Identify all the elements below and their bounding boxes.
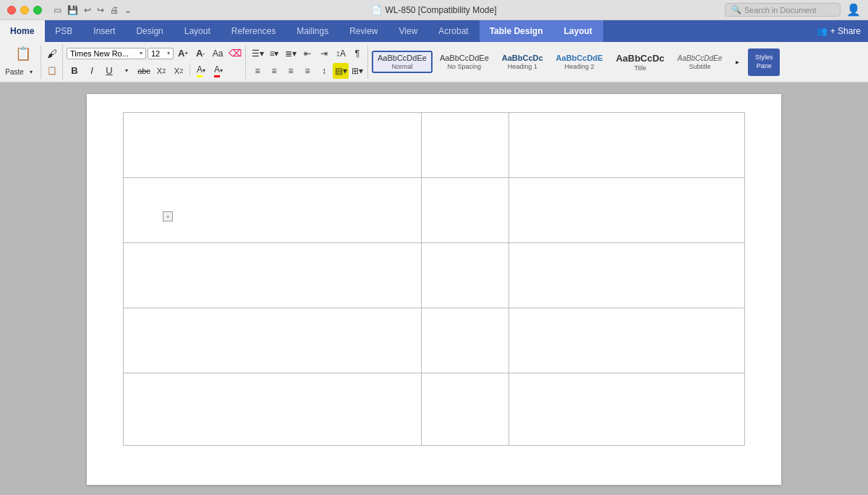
clear-format-button[interactable]: ⌫ <box>227 46 243 62</box>
table-cell[interactable] <box>509 243 744 308</box>
style-no-spacing[interactable]: AaBbCcDdEe No Spacing <box>434 51 495 73</box>
font-shrink-button[interactable]: A- <box>192 46 208 62</box>
tab-design[interactable]: Design <box>126 20 174 42</box>
shading-button[interactable]: ▤▾ <box>333 63 349 79</box>
underline-button[interactable]: U <box>101 63 117 79</box>
redo-icon[interactable]: ↪ <box>97 5 104 15</box>
pilcrow-button[interactable]: ¶ <box>349 46 365 62</box>
traffic-light-red[interactable] <box>7 6 16 14</box>
clipboard-icon[interactable]: 📋 <box>44 63 60 79</box>
text-highlight-button[interactable]: A▾ <box>193 63 209 79</box>
style-heading2[interactable]: AaBbCcDdE Heading 2 <box>550 51 609 73</box>
styles-more-button[interactable]: ▸ <box>729 54 745 70</box>
tab-view[interactable]: View <box>389 20 429 42</box>
tab-layout2[interactable]: Layout <box>553 20 603 42</box>
table-cell[interactable] <box>509 373 744 446</box>
font-name-value: Times New Ro... <box>70 49 129 58</box>
share-button[interactable]: 👥 + Share <box>809 20 868 42</box>
font-size-caret: ▾ <box>167 50 170 56</box>
table-cell[interactable] <box>422 113 509 178</box>
document-table <box>123 112 745 446</box>
align-center-button[interactable]: ≡ <box>266 63 282 79</box>
traffic-light-green[interactable] <box>33 6 42 14</box>
table-move-handle[interactable]: + <box>163 211 173 221</box>
table-cell[interactable] <box>422 308 509 373</box>
font-grow-button[interactable]: A+ <box>175 46 191 62</box>
style-subtitle[interactable]: AaBbCcDdEe Subtitle <box>672 51 728 73</box>
table-cell[interactable] <box>422 373 509 446</box>
paste-dropdown[interactable]: ▾ <box>23 64 39 80</box>
table-cell[interactable] <box>124 113 422 178</box>
table-cell[interactable] <box>422 243 509 308</box>
tab-table-design[interactable]: Table Design <box>480 20 554 42</box>
borders-button[interactable]: ⊞▾ <box>349 63 365 79</box>
change-case-button[interactable]: Aa <box>210 46 226 62</box>
table-row <box>124 308 745 373</box>
table-row <box>124 178 745 243</box>
table-cell[interactable] <box>509 113 744 178</box>
ribbon-tabs: Home PSB Insert Design Layout References… <box>0 20 868 42</box>
table-row <box>124 373 745 446</box>
align-right-button[interactable]: ≡ <box>283 63 299 79</box>
paste-label[interactable]: Paste <box>7 64 22 80</box>
table-row <box>124 243 745 308</box>
search-box[interactable]: 🔍 Search in Document <box>725 3 841 17</box>
tab-layout[interactable]: Layout <box>174 20 221 42</box>
search-icon: 🔍 <box>731 5 741 14</box>
table-cell[interactable] <box>124 373 422 446</box>
window-title: 📄 WL-850 [Compatibility Mode] <box>371 5 496 15</box>
multilevel-list-button[interactable]: ≣▾ <box>283 46 299 62</box>
font-size-dropdown[interactable]: 12 ▾ <box>148 48 174 59</box>
undo-icon[interactable]: ↩ <box>84 5 91 15</box>
increase-indent-button[interactable]: ⇥ <box>316 46 332 62</box>
traffic-light-yellow[interactable] <box>20 6 29 14</box>
sort-button[interactable]: ↕A <box>333 46 349 62</box>
font-group: Times New Ro... ▾ 12 ▾ A+ A- Aa ⌫ B I U <box>64 46 246 79</box>
toolbar-row1: 📋 Paste ▾ 🖌 📋 Times New Ro... ▾ <box>0 42 868 82</box>
tab-insert[interactable]: Insert <box>83 20 126 42</box>
tab-home[interactable]: Home <box>0 20 45 42</box>
table-cell[interactable] <box>124 243 422 308</box>
save-icon[interactable]: 💾 <box>67 5 78 15</box>
tab-review[interactable]: Review <box>339 20 388 42</box>
style-normal[interactable]: AaBbCcDdEe Normal <box>372 51 433 73</box>
numbering-button[interactable]: ≡▾ <box>266 46 282 62</box>
search-placeholder: Search in Document <box>744 6 817 14</box>
decrease-indent-button[interactable]: ⇤ <box>299 46 315 62</box>
underline-dropdown[interactable]: ▾ <box>119 63 135 79</box>
table-cell[interactable] <box>124 308 422 373</box>
italic-button[interactable]: I <box>84 63 100 79</box>
print-icon[interactable]: 🖨 <box>110 5 119 15</box>
style-heading1[interactable]: AaBbCcDc Heading 1 <box>496 51 549 73</box>
tab-psb[interactable]: PSB <box>45 20 83 42</box>
bold-button[interactable]: B <box>67 63 82 79</box>
superscript-button[interactable]: X2 <box>171 63 187 79</box>
subscript-button[interactable]: X2 <box>153 63 169 79</box>
font-name-caret: ▾ <box>140 50 142 56</box>
line-spacing-button[interactable]: ↕ <box>316 63 332 79</box>
styles-pane-button[interactable]: Styles Pane <box>748 48 780 76</box>
user-icon[interactable]: 👤 <box>846 3 861 17</box>
table-cell[interactable] <box>509 308 744 373</box>
align-left-button[interactable]: ≡ <box>250 63 265 79</box>
tab-acrobat[interactable]: Acrobat <box>428 20 479 42</box>
style-title[interactable]: AaBbCcDc Title <box>610 50 670 75</box>
table-row <box>124 113 745 178</box>
table-cell[interactable] <box>422 178 509 243</box>
sidebar-toggle-icon[interactable]: ▭ <box>54 5 61 15</box>
table-cell[interactable] <box>509 178 744 243</box>
paste-button[interactable]: 📋 <box>12 44 34 63</box>
tab-references[interactable]: References <box>221 20 286 42</box>
document-area: + <box>0 82 868 495</box>
align-justify-button[interactable]: ≡ <box>299 63 315 79</box>
font-size-value: 12 <box>151 49 160 58</box>
paragraph-group: ☰▾ ≡▾ ≣▾ ⇤ ⇥ ↕A ¶ ≡ ≡ ≡ ≡ ↕ ▤▾ ⊞▾ <box>247 46 368 79</box>
strikethrough-button[interactable]: abc <box>136 63 152 79</box>
table-cell[interactable] <box>124 178 422 243</box>
bullets-button[interactable]: ☰▾ <box>250 46 265 62</box>
font-name-dropdown[interactable]: Times New Ro... ▾ <box>67 48 146 59</box>
more-icon[interactable]: ⌄ <box>124 5 132 15</box>
format-painter[interactable]: 🖌 <box>44 46 60 62</box>
font-color-button[interactable]: A▾ <box>210 63 226 79</box>
tab-mailings[interactable]: Mailings <box>286 20 339 42</box>
